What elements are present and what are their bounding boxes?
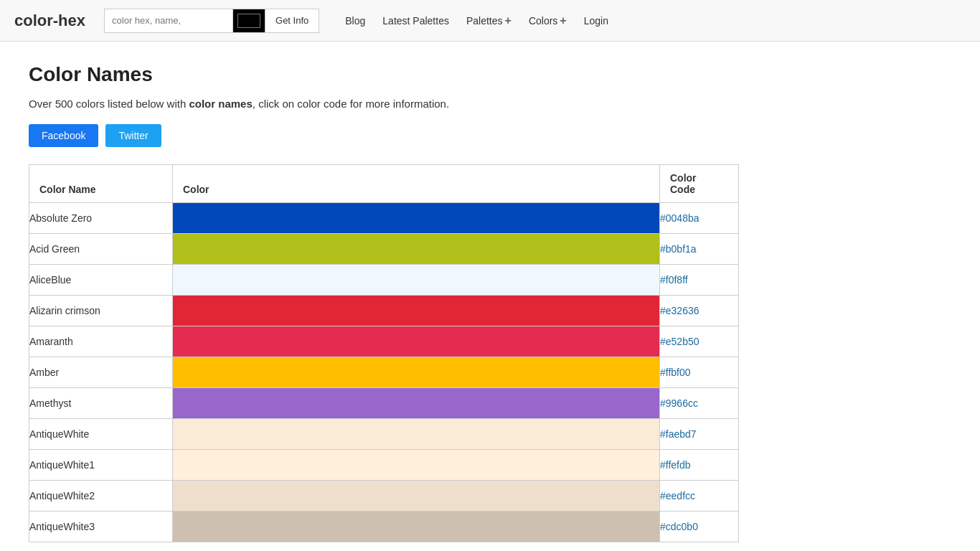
color-code-cell: #9966cc [660,388,739,419]
table-row: Amethyst#9966cc [29,388,739,419]
color-code-cell: #faebd7 [660,419,739,450]
table-row: AntiqueWhite3#cdc0b0 [29,512,739,542]
color-swatch [173,512,659,542]
table-row: AntiqueWhite1#ffefdb [29,450,739,481]
nav-links: Blog Latest Palettes Palettes + Colors +… [338,10,616,32]
color-code-cell: #e52b50 [660,326,739,357]
th-color-name: Color Name [29,165,173,203]
description-suffix: , click on color code for more informati… [253,98,449,110]
header: color-hex Get Info Blog Latest Palettes … [0,0,980,42]
color-code-cell: #eedfcc [660,481,739,512]
color-swatch-cell[interactable] [173,296,660,326]
color-swatch-cell[interactable] [173,481,660,512]
color-code-cell: #ffefdb [660,450,739,481]
search-form: Get Info [104,9,319,33]
color-swatch-cell[interactable] [173,265,660,296]
color-swatch-cell[interactable] [173,512,660,542]
main-content: Color Names Over 500 colors listed below… [0,42,861,551]
color-swatch-cell[interactable] [173,388,660,419]
nav-login[interactable]: Login [577,11,616,31]
color-swatch [173,296,659,326]
color-code-link[interactable]: #faebd7 [660,428,697,440]
color-picker-input[interactable] [236,11,262,31]
table-row: Alizarin crimson#e32636 [29,296,739,326]
page-description: Over 500 colors listed below with color … [29,98,832,110]
color-swatch [173,450,659,480]
color-swatch [173,357,659,387]
color-code-link[interactable]: #cdc0b0 [660,521,698,532]
color-swatch [173,326,659,357]
th-color: Color [173,165,660,203]
table-row: AliceBlue#f0f8ff [29,265,739,296]
color-code-cell: #ffbf00 [660,357,739,388]
table-header-row: Color Name Color ColorCode [29,165,739,203]
color-swatch [173,481,659,511]
table-row: AntiqueWhite#faebd7 [29,419,739,450]
color-code-link[interactable]: #eedfcc [660,490,695,501]
color-code-link[interactable]: #ffbf00 [660,367,691,378]
color-swatch-cell[interactable] [173,357,660,388]
color-table: Color Name Color ColorCode Absolute Zero… [29,164,739,542]
color-code-cell: #e32636 [660,296,739,326]
color-code-cell: #f0f8ff [660,265,739,296]
colors-plus-icon: + [560,14,566,27]
color-code-link[interactable]: #ffefdb [660,459,691,471]
twitter-button[interactable]: Twitter [105,124,161,147]
color-code-link[interactable]: #f0f8ff [660,274,688,286]
color-name-cell: Acid Green [29,234,173,265]
search-input[interactable] [104,9,233,33]
color-swatch [173,265,659,295]
color-code-cell: #b0bf1a [660,234,739,265]
color-swatch [173,419,659,449]
th-color-code: ColorCode [660,165,739,203]
color-swatch [173,203,659,233]
description-bold: color names [189,98,252,110]
page-title: Color Names [29,63,832,86]
color-name-cell: Alizarin crimson [29,296,173,326]
color-name-cell: AntiqueWhite2 [29,481,173,512]
color-name-cell: AntiqueWhite [29,419,173,450]
color-name-cell: Amber [29,357,173,388]
color-name-cell: AntiqueWhite1 [29,450,173,481]
get-info-button[interactable]: Get Info [265,9,319,33]
color-swatch-cell[interactable] [173,419,660,450]
color-code-link[interactable]: #e32636 [660,305,699,316]
palettes-plus-icon: + [505,14,512,27]
color-name-cell: Amaranth [29,326,173,357]
color-name-cell: Amethyst [29,388,173,419]
description-prefix: Over 500 colors listed below with [29,98,189,110]
table-row: Acid Green#b0bf1a [29,234,739,265]
color-picker-wrapper [233,9,265,33]
nav-latest-palettes[interactable]: Latest Palettes [375,11,456,31]
table-row: Amber#ffbf00 [29,357,739,388]
color-code-link[interactable]: #b0bf1a [660,243,697,255]
color-code-link[interactable]: #0048ba [660,212,699,224]
table-row: Absolute Zero#0048ba [29,203,739,234]
color-swatch [173,388,659,418]
color-name-cell: Absolute Zero [29,203,173,234]
facebook-button[interactable]: Facebook [29,124,98,147]
color-swatch-cell[interactable] [173,326,660,357]
color-swatch-cell[interactable] [173,450,660,481]
color-swatch-cell[interactable] [173,234,660,265]
color-swatch-cell[interactable] [173,203,660,234]
color-code-link[interactable]: #9966cc [660,397,698,409]
table-row: Amaranth#e52b50 [29,326,739,357]
color-name-cell: AliceBlue [29,265,173,296]
table-body: Absolute Zero#0048baAcid Green#b0bf1aAli… [29,203,739,542]
color-name-cell: AntiqueWhite3 [29,512,173,542]
logo[interactable]: color-hex [14,11,85,30]
social-buttons: Facebook Twitter [29,124,832,147]
nav-palettes-label: Palettes [466,15,503,27]
color-code-cell: #0048ba [660,203,739,234]
nav-colors[interactable]: Colors + [522,10,574,32]
nav-blog[interactable]: Blog [338,11,372,31]
color-code-cell: #cdc0b0 [660,512,739,542]
color-code-link[interactable]: #e52b50 [660,336,699,347]
nav-palettes[interactable]: Palettes + [459,10,519,32]
table-row: AntiqueWhite2#eedfcc [29,481,739,512]
color-swatch [173,234,659,264]
nav-colors-label: Colors [529,15,557,27]
